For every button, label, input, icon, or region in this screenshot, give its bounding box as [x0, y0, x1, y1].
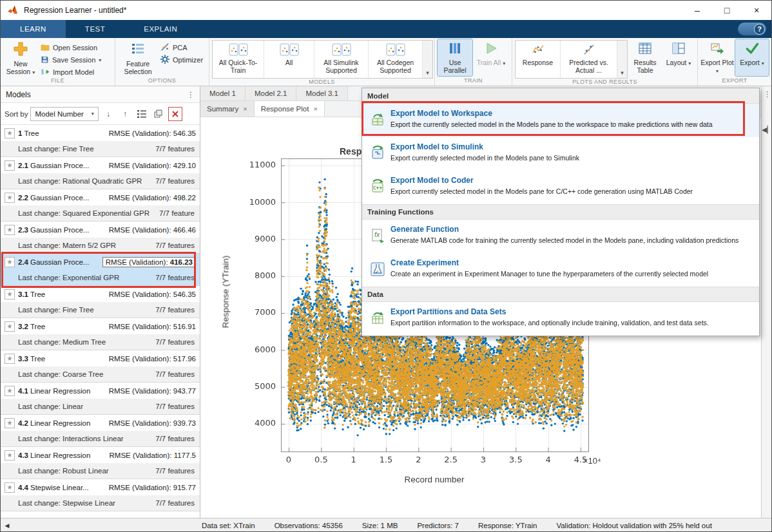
gallery-item-all[interactable]: All [264, 41, 314, 78]
model-card-3.1[interactable]: ★3.1TreeRMSE (Validation): 546.35 Last c… [1, 286, 200, 318]
help-button[interactable]: ? [738, 23, 766, 35]
export-simulink-icon [370, 146, 385, 163]
ribbon-section-train: Use Parallel Train All ▾ TRAIN [435, 38, 512, 86]
pca-button[interactable]: PCA [159, 43, 204, 53]
close-tab-icon[interactable]: × [243, 105, 247, 113]
close-button[interactable]: × [742, 1, 771, 20]
tab-response-plot[interactable]: Response Plot × [255, 101, 325, 117]
train-all-icon [484, 41, 498, 57]
status-observations: Observations: 45356 [275, 522, 343, 529]
minimize-button[interactable]: – [682, 1, 712, 20]
model-badge-icon: ★ [5, 128, 15, 138]
export-button[interactable]: Export ▾ [735, 39, 769, 76]
list-view-button[interactable] [135, 107, 149, 121]
use-parallel-icon [448, 41, 462, 57]
menu-section-header-training-functions: Training Functions [362, 204, 759, 220]
model-card-4.4[interactable]: ★4.4Stepwise Linear...RMSE (Validation):… [1, 479, 200, 511]
model-card-3.2[interactable]: ★3.2TreeRMSE (Validation): 516.91 Last c… [1, 318, 200, 350]
sort-by-dropdown[interactable]: Model Number ▾ [30, 107, 98, 121]
create-experiment-icon [370, 261, 385, 279]
model-card-2.4-selected[interactable]: ★2.4Gaussian Proce...RMSE (Validation): … [1, 254, 200, 286]
menu-item-export-model-to-workspace[interactable]: Export Model to Workspace Export the cur… [362, 104, 759, 137]
model-card-2.1[interactable]: ★2.1Gaussian Proce...RMSE (Validation): … [1, 157, 200, 189]
model-card-3.3[interactable]: ★3.3TreeRMSE (Validation): 517.96 Last c… [1, 350, 200, 383]
menu-item-export-model-to-coder[interactable]: c++ Export Model to Coder Export current… [362, 171, 759, 204]
expand-panel-icon[interactable]: ◀▏ [762, 126, 772, 134]
status-response: Response: YTrain [478, 522, 537, 529]
open-session-button[interactable]: Open Session [39, 43, 102, 53]
chevron-down-icon: ▾ [99, 57, 101, 63]
doc-tab-model-3.1[interactable]: Model 3.1 [296, 86, 348, 100]
save-session-button[interactable]: Save Session ▾ [39, 55, 102, 65]
use-parallel-button[interactable]: Use Parallel [438, 39, 472, 76]
model-card-2.3[interactable]: ★2.3Gaussian Proce...RMSE (Validation): … [1, 222, 200, 254]
ribbon-section-options: Feature Selection PCA Optimizer OPTIONS [115, 38, 209, 86]
model-badge-icon: ★ [5, 418, 15, 428]
section-label-plots: PLOTS AND RESULTS [515, 79, 695, 86]
menu-item-create-experiment[interactable]: Create Experiment Create an experiment i… [362, 253, 759, 287]
new-session-button[interactable]: New Session ▾ [3, 39, 38, 77]
train-all-button[interactable]: Train All ▾ [474, 39, 508, 76]
maximize-button[interactable]: □ [712, 1, 742, 20]
model-card-4.3[interactable]: ★4.3Linear RegressionRMSE (Validation): … [1, 447, 200, 479]
sort-ascending-button[interactable]: ↑ [118, 107, 132, 121]
models-panel-title: Models [6, 90, 31, 99]
gallery-item-all-quick-to-train[interactable]: All Quick-To-Train [213, 41, 264, 78]
collapse-panel-icon[interactable]: ◀ [1, 522, 14, 529]
gallery-item-all-simulink-supported[interactable]: All Simulink Supported [314, 41, 369, 78]
status-size: Size: 1 MB [362, 522, 398, 529]
duplicate-model-button[interactable] [151, 107, 166, 121]
feature-selection-button[interactable]: Feature Selection [118, 39, 158, 76]
model-badge-icon: ★ [5, 257, 15, 267]
optimizer-button[interactable]: Optimizer [159, 55, 204, 65]
delete-model-button[interactable] [168, 107, 182, 121]
menu-section-header-model: Model [362, 88, 759, 104]
gallery-item-predicted-vs-actual[interactable]: Predicted vs. Actual ... [561, 41, 617, 78]
sort-by-label: Sort by [5, 110, 28, 118]
menu-item-generate-function[interactable]: fx Generate Function Generate MATLAB cod… [362, 220, 759, 253]
doc-tab-model-1[interactable]: Model 1 [200, 86, 246, 100]
model-gallery-icon [386, 43, 405, 58]
menu-section-header-data: Data [362, 287, 759, 302]
model-card-4.2[interactable]: ★4.2Linear RegressionRMSE (Validation): … [1, 415, 200, 447]
menu-item-export-model-to-simulink[interactable]: Export Model to Simulink Export currentl… [362, 137, 759, 171]
close-tab-icon[interactable]: × [313, 105, 317, 113]
model-card-1[interactable]: ★1TreeRMSE (Validation): 546.35 Last cha… [1, 125, 200, 157]
layout-button[interactable]: Layout ▾ [662, 39, 695, 76]
layout-icon [671, 41, 686, 57]
gear-icon [160, 55, 169, 65]
tab-test[interactable]: TEST [66, 20, 124, 38]
tab-learn[interactable]: LEARN [1, 20, 66, 38]
model-badge-icon: ★ [5, 321, 15, 332]
models-gallery-expand-button[interactable]: ▾ [423, 41, 432, 78]
results-table-button[interactable]: Results Table [629, 39, 661, 76]
ribbon-section-file: New Session ▾ Open Session Save Session … [1, 38, 115, 86]
models-sort-toolbar: Sort by Model Number ▾ ↓ ↑ [1, 103, 200, 125]
export-plot-button[interactable]: Export Plot ▾ [700, 39, 734, 76]
sort-descending-button[interactable]: ↓ [101, 107, 115, 121]
gallery-item-response[interactable]: Response [516, 41, 561, 78]
gallery-item-all-codegen-supported[interactable]: All Codegen Supported [369, 41, 423, 78]
results-table-icon [638, 41, 652, 57]
panel-menu-icon[interactable]: ⋮ [187, 90, 195, 99]
help-icon: ? [754, 24, 765, 35]
window-title: Regression Learner - untitled* [24, 6, 126, 15]
plot-x-axis-label: Record number [404, 475, 464, 484]
chevron-down-icon: ▾ [688, 61, 691, 66]
doc-tab-model-2.1[interactable]: Model 2.1 [246, 86, 297, 100]
ribbon-section-plots: Response Predicted vs. Actual ... ▾ Resu… [512, 38, 698, 86]
pca-icon [160, 43, 169, 53]
model-badge-icon: ★ [5, 386, 15, 396]
model-gallery-icon [280, 43, 299, 58]
plots-gallery-expand-button[interactable]: ▾ [617, 41, 627, 78]
import-model-button[interactable]: Import Model [39, 67, 102, 77]
tab-summary[interactable]: Summary × [200, 101, 255, 117]
predicted-vs-actual-icon [582, 43, 596, 58]
panel-menu-icon[interactable]: ⋮ [764, 90, 771, 99]
model-card-4.1[interactable]: ★4.1Linear RegressionRMSE (Validation): … [1, 383, 200, 415]
model-card-2.2[interactable]: ★2.2Gaussian Proce...RMSE (Validation): … [1, 189, 200, 222]
plots-gallery: Response Predicted vs. Actual ... ▾ [515, 40, 628, 79]
model-badge-icon: ★ [5, 450, 15, 461]
menu-item-export-partitions-and-data-sets[interactable]: Export Partitions and Data Sets Export p… [362, 302, 759, 336]
tab-explain[interactable]: EXPLAIN [124, 20, 197, 38]
